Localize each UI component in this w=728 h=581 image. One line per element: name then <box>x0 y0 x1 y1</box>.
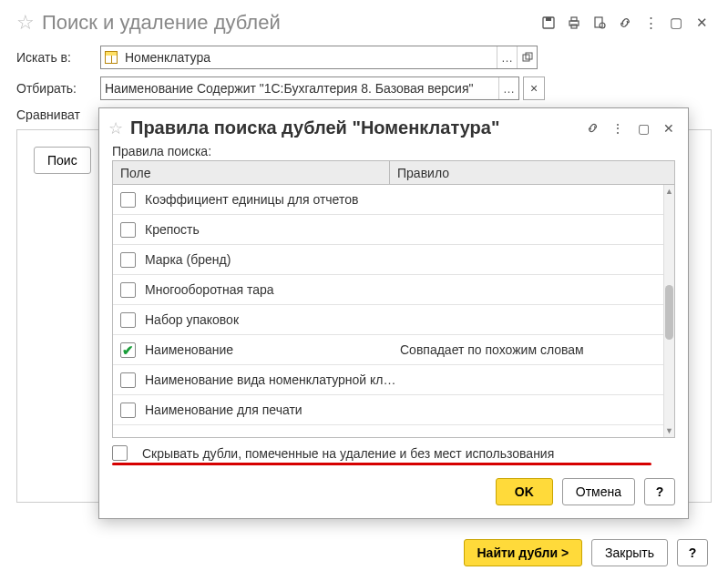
hide-duplicates-label: Скрывать дубли, помеченные на удаление и… <box>142 446 554 461</box>
main-titlebar-controls: ⋮ ▢ ✕ <box>538 13 712 33</box>
search-in-label: Искать в: <box>16 50 100 65</box>
search-in-value: Номенклатура <box>121 50 497 65</box>
more-icon[interactable]: ⋮ <box>610 120 626 137</box>
table-row[interactable]: Наименование для печати <box>113 395 674 425</box>
row-checkbox[interactable] <box>120 372 136 388</box>
search-in-row: Искать в: Номенклатура … <box>16 46 712 69</box>
hide-duplicates-checkbox[interactable] <box>112 445 128 461</box>
modal-title: Правила поиска дублей "Номенклатура" <box>130 117 584 138</box>
scrollbar[interactable]: ▲ ▼ <box>663 185 674 437</box>
search-partial-button[interactable]: Поис <box>34 147 91 174</box>
row-checkbox[interactable] <box>120 192 136 208</box>
save-icon[interactable] <box>538 13 559 33</box>
link-icon[interactable] <box>615 13 635 33</box>
modal-titlebar-controls: ⋮ ▢ ✕ <box>584 120 677 137</box>
maximize-icon[interactable]: ▢ <box>666 13 686 33</box>
scroll-thumb[interactable] <box>665 285 673 340</box>
row-field: Набор упаковок <box>145 312 400 327</box>
row-checkbox[interactable] <box>120 222 136 238</box>
table-row[interactable]: Наименование вида номенклатурной кла... <box>113 365 674 395</box>
ellipsis-icon[interactable]: … <box>497 46 517 68</box>
link-icon[interactable] <box>584 120 600 137</box>
close-icon[interactable]: ✕ <box>661 120 677 137</box>
row-field: Многооборотная тара <box>145 282 400 297</box>
table-row[interactable]: Крепость <box>113 215 674 245</box>
column-rule[interactable]: Правило <box>390 166 674 180</box>
favorite-star-icon[interactable]: ☆ <box>108 118 123 138</box>
preview-icon[interactable] <box>590 13 610 33</box>
table-row[interactable]: Набор упаковок <box>113 305 674 335</box>
filter-label: Отбирать: <box>16 81 100 96</box>
table-header: Поле Правило <box>113 161 674 185</box>
row-checkbox[interactable] <box>120 342 136 358</box>
compare-label: Сравниват <box>16 107 100 122</box>
help-button[interactable]: ? <box>644 478 675 505</box>
svg-rect-5 <box>595 17 602 27</box>
filter-input[interactable]: Наименование Содержит "1С:Бухгалтерия 8.… <box>100 76 519 100</box>
table-row[interactable]: НаименованиеСовпадает по похожим словам <box>113 335 674 365</box>
row-checkbox[interactable] <box>120 403 136 418</box>
table-row[interactable]: Марка (бренд) <box>113 245 674 275</box>
main-titlebar: ☆ Поиск и удаление дублей ⋮ ▢ ✕ <box>16 11 712 35</box>
close-icon[interactable]: ✕ <box>692 13 712 33</box>
close-button[interactable]: Закрыть <box>591 539 668 566</box>
row-field: Наименование <box>145 342 400 357</box>
table-row[interactable]: Многооборотная тара <box>113 275 674 305</box>
row-rule: Совпадает по похожим словам <box>400 342 674 357</box>
table-icon <box>101 51 121 64</box>
table-row[interactable]: Коэффициент единицы для отчетов <box>113 185 674 215</box>
search-in-input[interactable]: Номенклатура … <box>100 46 538 69</box>
rules-label: Правила поиска: <box>112 144 675 158</box>
scroll-down-icon[interactable]: ▼ <box>664 424 674 437</box>
find-duplicates-button[interactable]: Найти дубли > <box>464 539 583 566</box>
ok-button[interactable]: OK <box>496 478 553 505</box>
row-field: Крепость <box>145 222 400 237</box>
row-checkbox[interactable] <box>120 252 136 268</box>
print-icon[interactable] <box>564 13 584 33</box>
row-field: Марка (бренд) <box>145 252 400 267</box>
modal-body: Правила поиска: Поле Правило Коэффициент… <box>99 144 688 465</box>
row-checkbox[interactable] <box>120 282 136 298</box>
main-footer: Найти дубли > Закрыть ? <box>464 539 709 566</box>
favorite-star-icon[interactable]: ☆ <box>16 11 35 35</box>
modal-titlebar: ☆ Правила поиска дублей "Номенклатура" ⋮… <box>99 108 688 144</box>
table-body: Коэффициент единицы для отчетовКрепостьМ… <box>113 185 674 437</box>
rules-modal: ☆ Правила поиска дублей "Номенклатура" ⋮… <box>98 107 689 519</box>
cancel-button[interactable]: Отмена <box>562 478 635 505</box>
maximize-icon[interactable]: ▢ <box>635 120 651 137</box>
row-checkbox[interactable] <box>120 312 136 328</box>
column-field[interactable]: Поле <box>113 161 390 184</box>
row-field: Наименование вида номенклатурной кла... <box>145 372 400 387</box>
filter-row: Отбирать: Наименование Содержит "1С:Бухг… <box>16 76 712 100</box>
clear-filter-button[interactable]: × <box>523 76 545 100</box>
help-button[interactable]: ? <box>677 539 708 566</box>
row-field: Наименование для печати <box>145 403 400 417</box>
filter-value: Наименование Содержит "1С:Бухгалтерия 8.… <box>101 81 498 96</box>
rules-table: Поле Правило Коэффициент единицы для отч… <box>112 160 675 438</box>
svg-rect-1 <box>546 17 551 21</box>
svg-rect-3 <box>571 17 577 21</box>
hide-duplicates-row: Скрывать дубли, помеченные на удаление и… <box>112 445 675 461</box>
popout-icon[interactable] <box>517 46 537 68</box>
ellipsis-icon[interactable]: … <box>498 77 518 99</box>
main-title: Поиск и удаление дублей <box>42 11 538 35</box>
scroll-up-icon[interactable]: ▲ <box>664 185 674 198</box>
row-field: Коэффициент единицы для отчетов <box>145 192 400 207</box>
more-icon[interactable]: ⋮ <box>641 13 661 33</box>
modal-footer: OK Отмена ? <box>99 465 688 518</box>
